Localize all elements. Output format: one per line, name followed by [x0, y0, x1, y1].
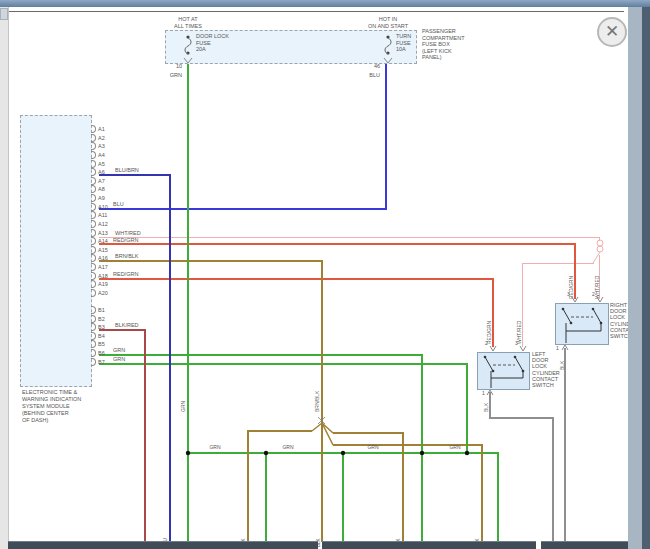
module-pin-b4: B4 — [91, 332, 105, 339]
module-pin-a16: A16 — [91, 255, 108, 262]
pin-connector-icon — [91, 323, 96, 331]
pin-label: A7 — [98, 178, 105, 184]
wire-leftswitch-blk-h — [489, 417, 553, 419]
pin-connector-icon — [91, 194, 96, 202]
module-pin-b6: B6 — [91, 350, 105, 357]
module-pin-a20: A20 — [91, 290, 108, 297]
diagram-frame-line — [8, 11, 624, 12]
wire-a18-redgrn-h — [99, 278, 494, 280]
module-pin-a10: A10 — [91, 203, 108, 210]
module-pin-a5: A5 — [91, 160, 105, 167]
left-switch-name-label: LEFTDOORLOCK CYLINDERCONTACTSWITCH — [532, 351, 560, 388]
module-pin-a17: A17 — [91, 264, 108, 271]
right-switch-redgrn-label: RED/GRN — [568, 276, 574, 299]
close-icon: ✕ — [605, 22, 619, 41]
pin-label: A8 — [98, 186, 105, 192]
wire-brn-main-v — [321, 260, 323, 542]
wire-label-b3: BLK/RED — [115, 322, 139, 329]
pin-label: A1 — [98, 126, 105, 132]
pin-label: B4 — [98, 333, 105, 339]
right-switch-pin1-label: 1 — [556, 345, 559, 352]
close-button[interactable]: ✕ — [597, 17, 627, 47]
module-pin-b1: B1 — [91, 307, 105, 314]
module-pin-a3: A3 — [91, 143, 105, 150]
left-switch-blk-label: BLK — [483, 403, 489, 412]
module-pin-a19: A19 — [91, 281, 108, 288]
pin-connector-icon — [91, 246, 96, 254]
pin-label: B6 — [98, 350, 105, 356]
bus-grn-label-2: GRN — [273, 444, 303, 451]
left-switch-whtred-label: WHT/RED — [516, 321, 522, 344]
wire-brn-actuator4-v — [481, 444, 483, 542]
pin-connector-icon — [91, 332, 96, 340]
wire-redgrn-leftswitch-v — [492, 278, 494, 347]
pin-connector-icon — [91, 229, 96, 237]
fuse-box-name-label: PASSENGERCOMPARTMENTFUSE BOX (LEFT KICKP… — [422, 28, 465, 61]
pin-label: A19 — [98, 281, 108, 287]
pin-connector-icon — [91, 315, 96, 323]
wire-brn-actuator1-v — [247, 430, 249, 542]
module-pin-a4: A4 — [91, 151, 105, 158]
pin-label: A5 — [98, 161, 105, 167]
module-pin-a9: A9 — [91, 195, 105, 202]
wire-redgrn-rightswitch-v — [574, 243, 576, 299]
scrollbar-thumb[interactable] — [0, 8, 8, 20]
coil-symbol-icon — [597, 246, 603, 252]
left-switch-redgrn-label: RED/GRN — [486, 321, 492, 344]
pin-label: A11 — [98, 212, 107, 218]
wire-label-a13: WHT/RED — [115, 230, 141, 237]
wire-label-b7: GRN — [113, 356, 125, 363]
fuse-pin-10-label: 10 — [168, 63, 182, 70]
module-pin-a18: A18 — [91, 272, 108, 279]
module-pin-a11: A11 — [91, 212, 107, 219]
wire-label-b6: GRN — [113, 347, 125, 354]
wire-brn-branch-right1-h — [333, 432, 403, 434]
module-box — [20, 115, 92, 387]
bottom-component-bar-1 — [8, 541, 318, 549]
wire-label-a10: BLU — [113, 201, 124, 208]
brnblk-riser-label: BRN/BLK — [314, 391, 320, 412]
right-switch-whtred-label: WHT/RED — [594, 276, 600, 299]
wire-label-a6: BLU/BRN — [115, 167, 139, 174]
pin-connector-icon — [91, 340, 96, 348]
pin-label: A16 — [98, 255, 108, 261]
pin-connector-icon — [91, 125, 96, 133]
wire-grn-main-v — [187, 64, 189, 542]
pin-label: A17 — [98, 264, 108, 270]
pin-connector-icon — [91, 263, 96, 271]
bus-grn-label-3: GRN — [358, 444, 388, 451]
module-pin-a15: A15 — [91, 246, 108, 253]
right-background-band-dark — [642, 7, 650, 549]
left-scrollbar[interactable] — [0, 7, 9, 549]
pin-connector-icon — [91, 134, 96, 142]
turn-fuse-label: TURNFUSE10A — [396, 33, 411, 53]
wire-b3-blkred-v — [144, 329, 146, 542]
pin-label: A14 — [98, 238, 108, 244]
left-door-lock-switch-box — [477, 352, 530, 390]
wire-label-a14: RED/GRN — [113, 237, 138, 244]
pin-connector-icon — [91, 185, 96, 193]
right-background-band — [628, 7, 642, 549]
wire-a10-blu-h — [99, 208, 387, 210]
module-pin-a2: A2 — [91, 134, 105, 141]
pin-label: A20 — [98, 290, 108, 296]
wire-label-a18: RED/GRN — [113, 271, 138, 278]
pin-label: B3 — [98, 324, 105, 330]
module-pin-b5: B5 — [91, 341, 105, 348]
module-pin-a12: A12 — [91, 220, 108, 227]
wire-a13-whtred-h — [99, 237, 600, 238]
pin-label: B5 — [98, 341, 105, 347]
pin-connector-icon — [91, 177, 96, 185]
wire-brn-actuator3-v — [402, 432, 404, 542]
bottom-component-bar-2 — [322, 541, 536, 549]
pin-label: B7 — [98, 359, 105, 365]
window-top-bar — [0, 0, 650, 7]
hot-at-all-times-label: HOT ATALL TIMES — [158, 16, 218, 29]
hot-in-on-start-label: HOT INON AND START — [358, 16, 418, 29]
brn-splice-diagonal — [322, 423, 333, 445]
pin-label: A15 — [98, 247, 108, 253]
pin-connector-icon — [91, 280, 96, 288]
door-lock-fuse-label: DOOR LOCKFUSE20A — [196, 33, 229, 53]
wire-whtred-branch-h — [523, 263, 594, 264]
pin-connector-icon — [91, 151, 96, 159]
